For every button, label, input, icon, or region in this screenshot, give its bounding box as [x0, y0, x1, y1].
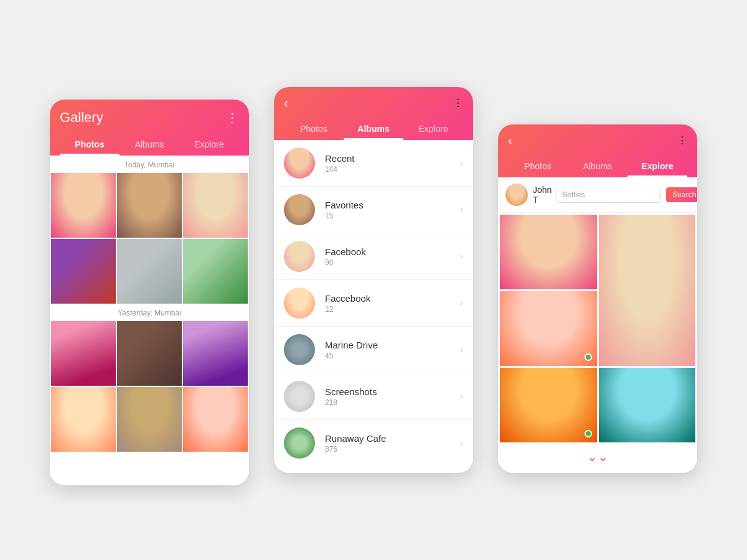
album-thumb — [284, 427, 315, 459]
photo-cell[interactable] — [117, 173, 182, 238]
phone2-album-list: Recent 144 › Favorites 15 › Facebook 90 … — [274, 140, 473, 464]
explore-cell[interactable] — [599, 368, 696, 442]
phone3-tab-photos[interactable]: Photos — [508, 155, 568, 177]
phone1-header-top: Gallery ⋮ — [60, 110, 239, 126]
chevron-down-double-icon: ⌄⌄ — [587, 449, 608, 464]
phone1-title: Gallery — [60, 110, 103, 126]
album-thumb — [284, 334, 315, 365]
chevron-right-icon: › — [460, 437, 463, 449]
explore-cell[interactable] — [500, 368, 597, 442]
load-more-button[interactable]: ⌄⌄ — [498, 444, 697, 464]
album-item-recent[interactable]: Recent 144 › — [274, 140, 473, 187]
photo-cell[interactable] — [183, 387, 248, 452]
photo-cell[interactable] — [51, 173, 116, 238]
phone3-more-icon[interactable]: ⋮ — [677, 134, 687, 146]
phone1-grid-yesterday — [50, 321, 249, 452]
album-count: 876 — [325, 445, 460, 454]
photo-cell[interactable] — [117, 239, 182, 304]
album-name: Facebook — [325, 246, 460, 257]
album-item-favorites[interactable]: Favorites 15 › — [274, 187, 473, 233]
album-item-screenshots[interactable]: Screenshots 218 › — [274, 373, 473, 420]
album-info: Recent 144 — [325, 153, 460, 174]
album-name: Favorites — [325, 200, 460, 210]
phone2-more-icon[interactable]: ⋮ — [453, 97, 463, 109]
album-count: 218 — [325, 398, 460, 407]
chevron-right-icon: › — [460, 344, 463, 355]
album-name: Recent — [325, 153, 460, 164]
album-count: 15 — [325, 212, 460, 220]
phone3-tabs: Photos Albums Explore — [508, 155, 687, 177]
phone3-header: ‹ ⋮ Photos Albums Explore — [498, 124, 697, 177]
phone3-back-button[interactable]: ‹ — [508, 133, 512, 147]
user-name: John T — [533, 185, 552, 205]
phone2-tab-photos[interactable]: Photos — [284, 118, 344, 140]
phone-gallery: Gallery ⋮ Photos Albums Explore Today, M… — [50, 100, 249, 485]
album-info: Runaway Cafe 876 — [325, 433, 460, 454]
explore-photo-grid — [498, 213, 697, 444]
search-input[interactable] — [557, 187, 661, 203]
photo-cell[interactable] — [117, 321, 182, 386]
explore-cell[interactable] — [599, 215, 696, 366]
phone2-header: ‹ ⋮ Photos Albums Explore — [274, 87, 473, 140]
phone3-tab-explore[interactable]: Explore — [627, 155, 687, 177]
album-item-facebook[interactable]: Facebook 90 › — [274, 233, 473, 280]
album-name: Runaway Cafe — [325, 433, 460, 444]
album-count: 12 — [325, 305, 460, 314]
album-item-marine-drive[interactable]: Marine Drive 45 › — [274, 327, 473, 373]
phone1-more-icon[interactable]: ⋮ — [226, 110, 239, 125]
phone2-tab-albums[interactable]: Albums — [344, 118, 403, 140]
album-count: 144 — [325, 165, 460, 174]
phone1-header: Gallery ⋮ Photos Albums Explore — [50, 100, 249, 156]
album-info: Screenshots 218 — [325, 386, 460, 407]
chevron-right-icon: › — [460, 391, 463, 402]
album-item-faccebook[interactable]: Faccebook 12 › — [274, 280, 473, 327]
phone1-tab-explore[interactable]: Explore — [179, 133, 239, 156]
phone1-content: Today, Mumbai Yesterday, Mumbai — [50, 156, 249, 479]
album-thumb — [284, 194, 315, 225]
explore-cell[interactable] — [500, 291, 597, 366]
album-count: 90 — [325, 258, 460, 267]
chevron-right-icon: › — [460, 251, 463, 262]
chevron-right-icon: › — [460, 157, 463, 169]
phone1-grid-today — [50, 173, 249, 304]
user-search-bar: John T Search — [498, 177, 697, 213]
album-name: Marine Drive — [325, 340, 460, 350]
online-indicator — [585, 353, 592, 361]
phone3-tab-albums[interactable]: Albums — [568, 155, 627, 177]
chevron-right-icon: › — [460, 204, 463, 215]
album-count: 45 — [325, 352, 460, 360]
phone3-explore-content: John T Search — [498, 177, 697, 464]
album-item-runaway-cafe[interactable]: Runaway Cafe 876 › — [274, 420, 473, 464]
album-thumb — [284, 241, 315, 272]
album-name: Screenshots — [325, 386, 460, 397]
phone2-back-button[interactable]: ‹ — [284, 96, 288, 110]
user-avatar — [505, 184, 528, 206]
phone1-tabs: Photos Albums Explore — [60, 133, 239, 156]
phone1-date-today: Today, Mumbai — [50, 156, 249, 173]
album-thumb — [284, 381, 315, 412]
photo-cell[interactable] — [51, 387, 116, 452]
phone1-tab-albums[interactable]: Albums — [120, 133, 179, 156]
chevron-right-icon: › — [460, 297, 463, 309]
photo-cell[interactable] — [183, 239, 248, 304]
album-info: Faccebook 12 — [325, 293, 460, 314]
phone-albums: ‹ ⋮ Photos Albums Explore Recent 144 › F… — [274, 87, 473, 473]
photo-cell[interactable] — [117, 387, 182, 452]
online-indicator — [585, 430, 592, 437]
phone1-tab-photos[interactable]: Photos — [60, 133, 120, 156]
album-info: Facebook 90 — [325, 246, 460, 267]
photo-cell[interactable] — [51, 321, 116, 386]
album-info: Marine Drive 45 — [325, 340, 460, 360]
explore-cell[interactable] — [500, 215, 597, 289]
phone3-header-top: ‹ ⋮ — [508, 133, 687, 147]
album-name: Faccebook — [325, 293, 460, 304]
phone2-tab-explore[interactable]: Explore — [403, 118, 463, 140]
album-thumb — [284, 147, 315, 179]
search-button[interactable]: Search — [666, 187, 697, 202]
phone1-date-yesterday: Yesterday, Mumbai — [50, 304, 249, 321]
photo-cell[interactable] — [183, 321, 248, 386]
phone2-tabs: Photos Albums Explore — [284, 118, 463, 140]
photo-cell[interactable] — [183, 173, 248, 238]
album-thumb — [284, 287, 315, 319]
photo-cell[interactable] — [51, 239, 116, 304]
